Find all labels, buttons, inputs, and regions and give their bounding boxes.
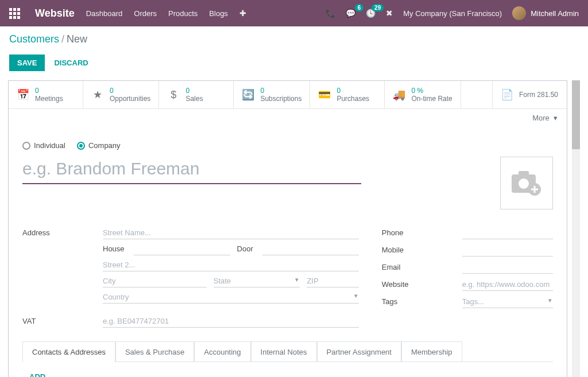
mobile-input[interactable]	[462, 244, 553, 256]
more-row: More ▾	[9, 109, 567, 127]
navbar-left: Website Dashboard Orders Products Blogs …	[9, 7, 246, 20]
website-input[interactable]	[462, 278, 553, 291]
breadcrumb: Customers/New	[9, 33, 579, 45]
tab-contacts[interactable]: Contacts & Addresses	[22, 341, 115, 362]
actions-bar: SAVE DISCARD	[0, 50, 588, 80]
phone-input[interactable]	[462, 227, 553, 239]
breadcrumb-current: New	[67, 33, 87, 45]
document-icon: 📄	[501, 88, 513, 101]
name-input[interactable]	[22, 157, 361, 184]
address-label: Address	[22, 227, 97, 237]
save-button[interactable]: SAVE	[9, 55, 45, 71]
radio-circle-icon	[22, 142, 30, 150]
dollar-icon: $	[167, 89, 180, 101]
zip-input[interactable]	[307, 275, 358, 287]
street2-input[interactable]	[103, 259, 359, 271]
content-wrapper: 📅 0Meetings ★ 0Opportunities $ 0Sales 🔄 …	[0, 80, 588, 377]
activities-icon[interactable]: 🕓29	[366, 9, 376, 18]
country-input[interactable]	[103, 291, 359, 304]
stat-buttons: 📅 0Meetings ★ 0Opportunities $ 0Sales 🔄 …	[9, 81, 567, 109]
tabs: Contacts & Addresses Sales & Purchase Ac…	[22, 341, 553, 362]
plus-icon[interactable]: ✚	[239, 9, 246, 18]
radio-circle-selected-icon	[77, 142, 85, 150]
add-contact-button[interactable]: ADD	[29, 372, 45, 377]
messages-icon[interactable]: 💬6	[346, 9, 355, 18]
apps-icon[interactable]	[9, 8, 20, 19]
discard-button[interactable]: DISCARD	[54, 59, 88, 67]
tab-membership[interactable]: Membership	[401, 341, 462, 362]
stat-sales[interactable]: $ 0Sales	[159, 81, 234, 108]
phone-label: Phone	[382, 227, 457, 237]
tab-internal-notes[interactable]: Internal Notes	[251, 341, 317, 362]
door-input[interactable]	[262, 243, 359, 255]
form-col-left: Address House Door	[22, 227, 359, 328]
scroll-thumb[interactable]	[572, 80, 580, 149]
truck-icon: 🚚	[393, 88, 405, 101]
card-icon: 💳	[318, 88, 331, 101]
state-input[interactable]	[214, 275, 300, 287]
breadcrumb-parent[interactable]: Customers	[9, 33, 59, 45]
stat-subscriptions[interactable]: 🔄 0Subscriptions	[234, 81, 310, 108]
stat-ontime[interactable]: 🚚 0 %On-time Rate	[385, 81, 461, 108]
stat-purchases[interactable]: 💳 0Purchases	[310, 81, 385, 108]
star-icon: ★	[91, 88, 104, 101]
company-type-radio: Individual Company	[22, 141, 553, 150]
scrollbar[interactable]	[572, 80, 580, 377]
refresh-icon: 🔄	[242, 88, 254, 101]
tab-accounting[interactable]: Accounting	[194, 341, 250, 362]
email-input[interactable]	[462, 261, 553, 274]
stat-form281[interactable]: 📄 Form 281.50	[492, 81, 567, 108]
more-button[interactable]: More ▾	[532, 114, 558, 122]
street-input[interactable]	[103, 227, 359, 239]
email-label: Email	[382, 261, 457, 271]
vat-input[interactable]	[103, 315, 359, 328]
messages-badge: 6	[355, 4, 364, 11]
calendar-icon: 📅	[17, 88, 29, 101]
activities-badge: 29	[372, 4, 384, 11]
camera-icon	[510, 170, 543, 196]
tags-input[interactable]	[462, 296, 553, 308]
tools-icon[interactable]: ✖	[386, 9, 393, 18]
image-upload[interactable]	[500, 157, 553, 209]
nav-dashboard[interactable]: Dashboard	[86, 9, 123, 18]
form-body: Individual Company Address House	[9, 127, 567, 377]
house-input[interactable]	[134, 243, 230, 255]
user-name: Mitchell Admin	[531, 9, 579, 18]
stat-opportunities[interactable]: ★ 0Opportunities	[83, 81, 159, 108]
vat-label: VAT	[22, 315, 97, 325]
breadcrumb-bar: Customers/New	[0, 26, 588, 50]
user-menu[interactable]: Mitchell Admin	[512, 6, 579, 20]
nav-products[interactable]: Products	[168, 9, 198, 18]
website-label: Website	[382, 278, 457, 289]
breadcrumb-sep: /	[61, 33, 64, 45]
title-row	[22, 157, 553, 209]
company-switcher[interactable]: My Company (San Francisco)	[403, 9, 502, 18]
svg-rect-1	[519, 171, 529, 177]
stat-meetings[interactable]: 📅 0Meetings	[9, 81, 83, 108]
house-label: House	[103, 244, 125, 253]
nav-blogs[interactable]: Blogs	[209, 9, 228, 18]
avatar	[512, 6, 526, 20]
phone-icon[interactable]: 📞	[326, 9, 335, 18]
radio-company[interactable]: Company	[77, 141, 121, 150]
mobile-label: Mobile	[382, 244, 457, 254]
brand[interactable]: Website	[35, 7, 75, 20]
door-label: Door	[237, 244, 253, 253]
city-input[interactable]	[103, 275, 207, 287]
radio-individual[interactable]: Individual	[22, 141, 65, 150]
form-grid: Address House Door	[22, 227, 553, 328]
navbar: Website Dashboard Orders Products Blogs …	[0, 0, 588, 26]
tab-content: ADD	[22, 362, 553, 377]
tags-label: Tags	[382, 296, 457, 306]
tab-partner-assignment[interactable]: Partner Assignment	[317, 341, 401, 362]
tab-sales-purchase[interactable]: Sales & Purchase	[115, 341, 194, 362]
form-sheet: 📅 0Meetings ★ 0Opportunities $ 0Sales 🔄 …	[8, 80, 567, 377]
navbar-right: 📞 💬6 🕓29 ✖ My Company (San Francisco) Mi…	[326, 6, 579, 20]
svg-point-2	[519, 178, 529, 189]
form-col-right: Phone Mobile Email Website Tags	[382, 227, 553, 328]
nav-orders[interactable]: Orders	[134, 9, 157, 18]
